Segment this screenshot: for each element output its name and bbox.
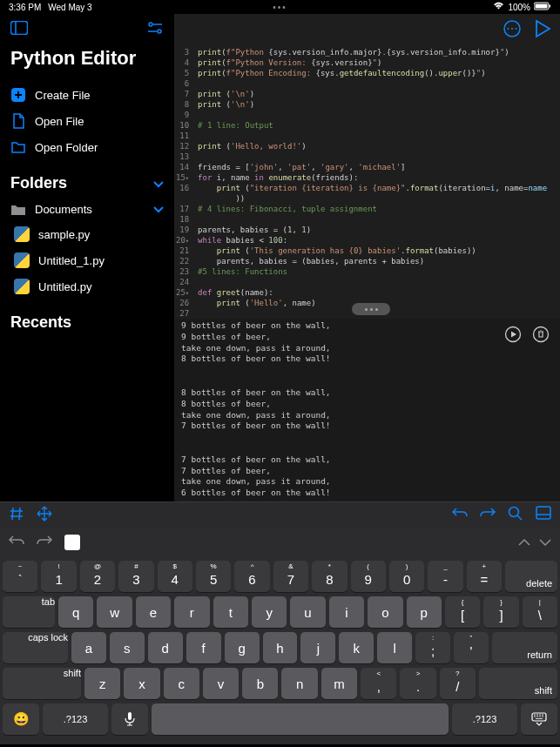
keyboard-suggestion-bar — [0, 528, 560, 557]
key-a[interactable]: a — [71, 632, 106, 663]
output-console[interactable]: 9 bottles of beer on the wall,9 bottles … — [174, 319, 560, 501]
key-hide[interactable] — [521, 703, 557, 735]
settings-icon[interactable] — [146, 21, 164, 38]
key-m[interactable]: m — [321, 668, 357, 699]
plus-square-icon — [10, 87, 26, 103]
key-p[interactable]: p — [407, 596, 442, 628]
key-t[interactable]: t — [213, 596, 248, 628]
svg-point-16 — [509, 507, 519, 516]
hash-icon[interactable] — [9, 506, 24, 525]
key-q[interactable]: q — [58, 596, 93, 628]
key-f[interactable]: f — [186, 632, 221, 663]
redo-grey-icon[interactable] — [37, 535, 52, 550]
key-capslock[interactable]: caps lock — [3, 632, 68, 663]
status-time: 3:36 PM — [9, 3, 41, 12]
key-r[interactable]: r — [174, 596, 209, 628]
key-=[interactable]: += — [467, 561, 502, 592]
key-w[interactable]: w — [97, 596, 132, 628]
key-space[interactable] — [152, 703, 449, 735]
key-v[interactable]: v — [203, 668, 239, 699]
key-3[interactable]: #3 — [118, 561, 153, 592]
key-y[interactable]: y — [252, 596, 287, 628]
key-'[interactable]: "' — [454, 632, 489, 663]
svg-point-5 — [149, 23, 152, 26]
key-tab[interactable]: tab — [3, 596, 55, 628]
key-,[interactable]: <, — [361, 668, 396, 699]
folders-chevron-icon[interactable] — [153, 176, 164, 192]
key-/[interactable]: ?/ — [440, 668, 476, 699]
key-e[interactable]: e — [136, 596, 171, 628]
key--[interactable]: _- — [428, 561, 462, 592]
documents-chevron-icon[interactable] — [153, 203, 164, 216]
key-`[interactable]: ~` — [3, 561, 37, 592]
key-z[interactable]: z — [84, 668, 120, 699]
open-file-button[interactable]: Open File — [10, 108, 164, 134]
chevron-down-icon[interactable] — [539, 535, 551, 550]
key-sym-left[interactable]: .?123 — [43, 703, 108, 735]
svg-rect-3 — [11, 22, 28, 35]
key-l[interactable]: l — [377, 632, 412, 663]
multitask-dots[interactable]: ••• — [273, 3, 287, 12]
key-emoji[interactable]: 😀 — [3, 703, 39, 735]
key-o[interactable]: o — [368, 596, 402, 628]
key-sym-right[interactable]: .?123 — [452, 703, 517, 735]
redo-icon[interactable] — [480, 506, 496, 525]
move-icon[interactable] — [37, 506, 52, 525]
key-2[interactable]: @2 — [80, 561, 115, 592]
trash-icon[interactable] — [532, 326, 550, 347]
file-untitled[interactable]: Untitled.py — [10, 273, 164, 299]
file-untitled1[interactable]: Untitled_1.py — [10, 247, 164, 273]
svg-line-17 — [517, 515, 522, 520]
key-\[interactable]: |\ — [523, 596, 557, 628]
panel-icon[interactable] — [536, 506, 551, 525]
key-i[interactable]: i — [329, 596, 364, 628]
key-6[interactable]: ^6 — [234, 561, 269, 592]
key-][interactable]: }] — [483, 596, 518, 628]
open-folder-button[interactable]: Open Folder — [10, 134, 164, 160]
svg-rect-21 — [532, 713, 546, 721]
key-9[interactable]: (9 — [351, 561, 386, 592]
chevron-up-icon[interactable] — [518, 535, 530, 550]
key-return[interactable]: return — [492, 632, 557, 663]
key-0[interactable]: )0 — [389, 561, 424, 592]
key-5[interactable]: %5 — [196, 561, 231, 592]
key-b[interactable]: b — [242, 668, 278, 699]
key-1[interactable]: !1 — [41, 561, 76, 592]
key-[[interactable]: {[ — [445, 596, 480, 628]
key-u[interactable]: u — [290, 596, 325, 628]
key-c[interactable]: c — [164, 668, 199, 699]
key-delete[interactable]: delete — [505, 561, 557, 592]
key-4[interactable]: $4 — [158, 561, 192, 592]
key-x[interactable]: x — [124, 668, 159, 699]
sidebar-toggle-icon[interactable] — [10, 21, 28, 38]
more-icon[interactable] — [503, 19, 522, 42]
key-.[interactable]: >. — [400, 668, 435, 699]
key-shift-left[interactable]: shift — [3, 668, 81, 699]
undo-icon[interactable] — [452, 506, 468, 525]
key-k[interactable]: k — [339, 632, 374, 663]
key-shift-right[interactable]: shift — [479, 668, 557, 699]
search-icon[interactable] — [508, 506, 523, 525]
key-d[interactable]: d — [148, 632, 183, 663]
key-;[interactable]: :; — [415, 632, 450, 663]
run-icon[interactable] — [534, 19, 551, 42]
file-untitled-label: Untitled.py — [38, 280, 91, 293]
key-7[interactable]: &7 — [273, 561, 308, 592]
file-sample[interactable]: sample.py — [10, 221, 164, 247]
code-editor[interactable]: 3456789101112131415▾1617181920▾212223242… — [174, 47, 560, 319]
key-n[interactable]: n — [281, 668, 317, 699]
split-grabber[interactable] — [352, 303, 390, 315]
key-8[interactable]: *8 — [312, 561, 347, 592]
key-s[interactable]: s — [110, 632, 145, 663]
create-file-button[interactable]: Create File — [10, 82, 164, 108]
key-h[interactable]: h — [263, 632, 298, 663]
undo-grey-icon[interactable] — [9, 535, 24, 550]
key-j[interactable]: j — [300, 632, 335, 663]
play-circle-icon[interactable] — [504, 326, 522, 347]
key-mic[interactable] — [111, 703, 148, 735]
key-g[interactable]: g — [225, 632, 260, 663]
open-folder-label: Open Folder — [35, 141, 98, 154]
folder-documents[interactable]: Documents — [10, 198, 164, 221]
svg-point-11 — [508, 28, 509, 30]
clipboard-icon[interactable] — [64, 535, 80, 550]
